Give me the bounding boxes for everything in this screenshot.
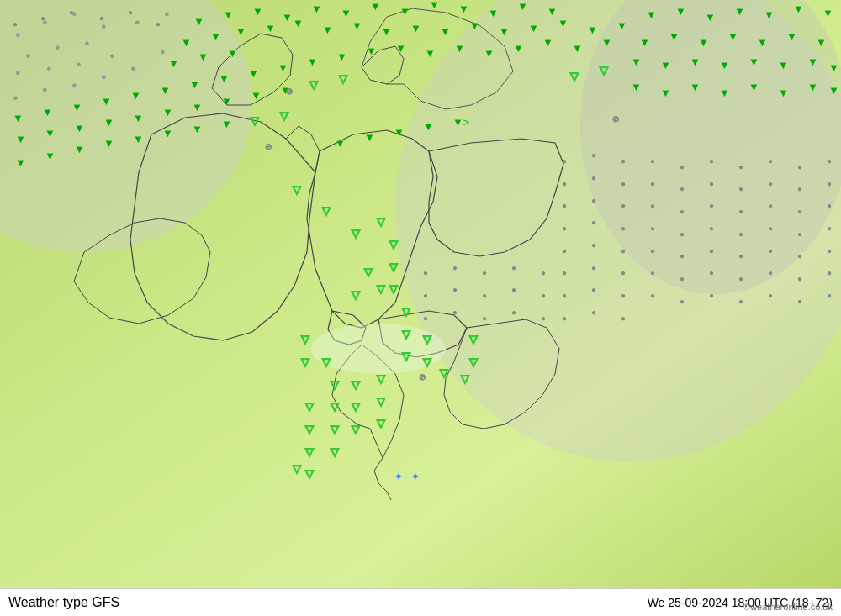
- svg-text:▼: ▼: [394, 126, 405, 139]
- svg-text:▼: ▼: [425, 47, 436, 60]
- watermark: ©weatheronline.co.uk: [743, 602, 833, 612]
- svg-text:●: ●: [42, 84, 48, 94]
- svg-text:●: ●: [76, 59, 82, 69]
- svg-text:●: ●: [591, 196, 596, 205]
- svg-text:▼: ▼: [616, 19, 627, 32]
- svg-text:▼: ▼: [189, 78, 200, 91]
- svg-text:●: ●: [621, 179, 626, 188]
- svg-text:▼: ▼: [181, 36, 192, 49]
- svg-text:▼: ▼: [675, 5, 686, 18]
- svg-text:▼: ▼: [778, 59, 789, 71]
- svg-text:▼: ▼: [395, 42, 406, 55]
- svg-text:▽: ▽: [377, 417, 385, 429]
- svg-text:▽: ▽: [461, 372, 469, 385]
- svg-text:●: ●: [511, 263, 516, 272]
- svg-text:▼: ▼: [587, 24, 598, 36]
- svg-text:●: ●: [511, 308, 516, 317]
- svg-text:●: ●: [680, 162, 685, 171]
- svg-text:●: ●: [680, 229, 685, 239]
- svg-text:●: ●: [591, 240, 596, 250]
- svg-text:▼: ▼: [807, 81, 818, 93]
- svg-text:●: ●: [25, 50, 31, 61]
- svg-text:▼: ▼: [572, 42, 583, 55]
- svg-text:●: ●: [768, 201, 773, 210]
- svg-text:●: ●: [709, 201, 714, 210]
- svg-text:●: ●: [452, 308, 458, 317]
- svg-text:●: ●: [797, 229, 802, 239]
- svg-text:▽: ▽: [423, 355, 431, 368]
- svg-text:●: ●: [591, 263, 596, 272]
- svg-text:●: ●: [768, 179, 773, 188]
- svg-text:●: ●: [109, 50, 115, 61]
- svg-text:●: ●: [156, 19, 161, 29]
- svg-text:▼: ▼: [399, 5, 410, 18]
- map-background: ● ● ● ● ● ● ● ● ● ● ● ● ● ● ● ● ● ● ●: [0, 0, 841, 588]
- svg-text:▼: ▼: [646, 8, 657, 21]
- svg-text:●: ●: [591, 218, 596, 227]
- svg-text:▼: ▼: [168, 57, 179, 70]
- svg-text:▽: ▽: [389, 238, 398, 250]
- bottom-bar: Weather type GFS We 25-09-2024 18:00 UTC…: [0, 588, 841, 616]
- svg-text:▼: ▼: [757, 36, 768, 49]
- svg-text:▽: ▽: [352, 400, 360, 413]
- svg-text:▼: ▼: [15, 156, 26, 169]
- svg-text:▼: ▼: [341, 7, 352, 19]
- svg-text:●: ●: [709, 268, 714, 277]
- svg-text:●: ●: [709, 224, 714, 233]
- svg-text:●: ●: [650, 224, 655, 233]
- svg-text:●: ●: [423, 313, 428, 323]
- svg-text:●: ●: [160, 46, 166, 56]
- svg-text:●: ●: [680, 207, 685, 216]
- svg-text:⊘: ⊘: [612, 114, 619, 124]
- svg-text:●: ●: [797, 207, 802, 216]
- svg-text:▼: ▼: [778, 87, 789, 99]
- svg-text:▼: ▼: [251, 89, 262, 102]
- svg-text:▼: ▼: [133, 112, 144, 124]
- svg-text:●: ●: [709, 179, 714, 188]
- svg-text:●: ●: [797, 251, 802, 261]
- svg-text:▽: ▽: [352, 288, 360, 301]
- svg-text:▽: ▽: [322, 355, 331, 368]
- svg-text:▼: ▼: [162, 106, 173, 118]
- svg-text:▼: ▼: [458, 3, 469, 15]
- svg-text:▼: ▼: [370, 0, 381, 13]
- map-container: ● ● ● ● ● ● ● ● ● ● ● ● ● ● ● ● ● ● ●: [0, 0, 841, 616]
- svg-text:▼: ▼: [265, 22, 276, 34]
- svg-text:●: ●: [541, 313, 546, 323]
- svg-text:▼: ▼: [542, 36, 553, 49]
- svg-text:●: ●: [562, 291, 567, 300]
- svg-text:▼: ▼: [517, 0, 528, 13]
- svg-text:▼: ▼: [381, 25, 392, 38]
- svg-text:●: ●: [827, 268, 832, 277]
- svg-text:▽: ▽: [402, 328, 410, 340]
- svg-text:▼: ▼: [364, 131, 375, 144]
- svg-text:▽: ▽: [251, 114, 259, 127]
- svg-text:▼: ▼: [488, 7, 499, 19]
- svg-text:▼: ▼: [45, 150, 56, 162]
- svg-text:▼: ▼: [484, 47, 495, 60]
- svg-text:●: ●: [621, 201, 626, 210]
- svg-text:●: ●: [709, 291, 714, 300]
- svg-text:▼: ▼: [660, 59, 671, 71]
- svg-text:▽: ▽: [331, 445, 339, 458]
- svg-text:●: ●: [650, 179, 655, 188]
- svg-text:●: ●: [135, 17, 140, 27]
- svg-text:▼: ▼: [440, 25, 451, 38]
- svg-text:●: ●: [562, 224, 567, 233]
- svg-text:●: ●: [164, 8, 170, 18]
- svg-text:●: ●: [680, 274, 685, 283]
- svg-text:▽: ▽: [377, 372, 385, 385]
- svg-text:▼: ▼: [192, 123, 203, 135]
- svg-text:●: ●: [482, 313, 487, 323]
- svg-text:●: ●: [562, 156, 567, 166]
- svg-text:▼: ▼: [13, 112, 24, 124]
- svg-text:▼: ▼: [15, 133, 26, 145]
- svg-text:●: ●: [511, 285, 516, 294]
- svg-text:▼: ▼: [828, 61, 839, 74]
- svg-text:▼: ▼: [499, 25, 510, 38]
- svg-text:▼: ▼: [210, 30, 221, 43]
- svg-text:●: ●: [827, 246, 832, 255]
- svg-text:▼: ▼: [311, 3, 322, 15]
- svg-text:●: ●: [827, 201, 832, 210]
- svg-text:▼: ▼: [133, 133, 144, 145]
